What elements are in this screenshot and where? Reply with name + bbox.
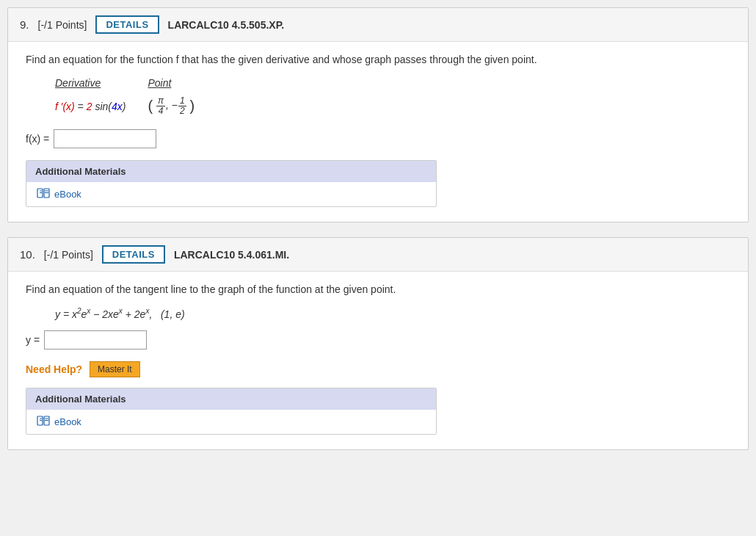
question-10-block: 10. [-/1 Points] DETAILS LARCALC10 5.4.0… — [7, 237, 749, 450]
question-9-header: 9. [-/1 Points] DETAILS LARCALC10 4.5.50… — [8, 8, 748, 42]
question-10-answer-row: y = — [26, 330, 730, 350]
ebook-icon-9 — [37, 188, 50, 200]
master-it-button[interactable]: Master It — [90, 361, 140, 377]
question-9-answer-row: f(x) = — [26, 129, 730, 148]
question-9-body: Find an equation for the function f that… — [8, 42, 748, 222]
details-button-9[interactable]: DETAILS — [95, 15, 159, 34]
question-9-answer-input[interactable] — [54, 129, 156, 148]
page-wrapper: 9. [-/1 Points] DETAILS LARCALC10 4.5.50… — [0, 0, 756, 457]
question-9-number: 9. — [20, 18, 29, 31]
point-expr: ( π4, −12 ) — [148, 93, 217, 119]
need-help-label: Need Help? — [26, 363, 82, 375]
question-10-number: 10. — [20, 248, 35, 261]
question-9-instruction: Find an equation for the function f that… — [26, 54, 730, 65]
question-10-materials-header: Additional Materials — [26, 388, 436, 410]
question-10-code: LARCALC10 5.4.061.MI. — [174, 249, 289, 261]
question-10-ebook-link[interactable]: eBook — [37, 416, 426, 428]
question-10-instruction: Find an equation of the tangent line to … — [26, 283, 730, 295]
question-10-materials-body: eBook — [26, 410, 436, 434]
question-9-additional-materials: Additional Materials — [26, 160, 437, 207]
question-9-block: 9. [-/1 Points] DETAILS LARCALC10 4.5.50… — [7, 7, 749, 222]
ebook-label-9: eBook — [54, 189, 81, 200]
question-9-materials-header: Additional Materials — [26, 161, 436, 182]
ebook-icon-10 — [37, 416, 50, 428]
derivative-header: Derivative — [55, 77, 148, 93]
point-header: Point — [148, 77, 217, 93]
question-9-code: LARCALC10 4.5.505.XP. — [168, 19, 284, 31]
details-button-10[interactable]: DETAILS — [102, 245, 165, 264]
question-10-points: [-/1 Points] — [44, 249, 93, 261]
question-9-ebook-link[interactable]: eBook — [37, 188, 426, 200]
question-10-function: y = x2ex − 2xex + 2ex, (1, e) — [55, 307, 730, 320]
question-10-answer-input[interactable] — [44, 330, 147, 350]
function-expr: y = x2ex − 2xex + 2ex, (1, e) — [55, 308, 185, 320]
question-10-header: 10. [-/1 Points] DETAILS LARCALC10 5.4.0… — [8, 238, 748, 272]
question-10-additional-materials: Additional Materials — [26, 388, 437, 435]
question-10-answer-label: y = — [26, 334, 40, 346]
derivative-expr: f ′(x) = 2 sin(4x) — [55, 93, 148, 119]
need-help-row: Need Help? Master It — [26, 361, 730, 377]
question-9-answer-label: f(x) = — [26, 133, 49, 145]
question-9-math-table: Derivative Point f ′(x) = 2 sin(4x) — [55, 77, 730, 119]
ebook-label-10: eBook — [54, 416, 81, 427]
question-9-materials-body: eBook — [26, 182, 436, 206]
question-10-body: Find an equation of the tangent line to … — [8, 272, 748, 449]
question-9-points: [-/1 Points] — [38, 19, 87, 31]
